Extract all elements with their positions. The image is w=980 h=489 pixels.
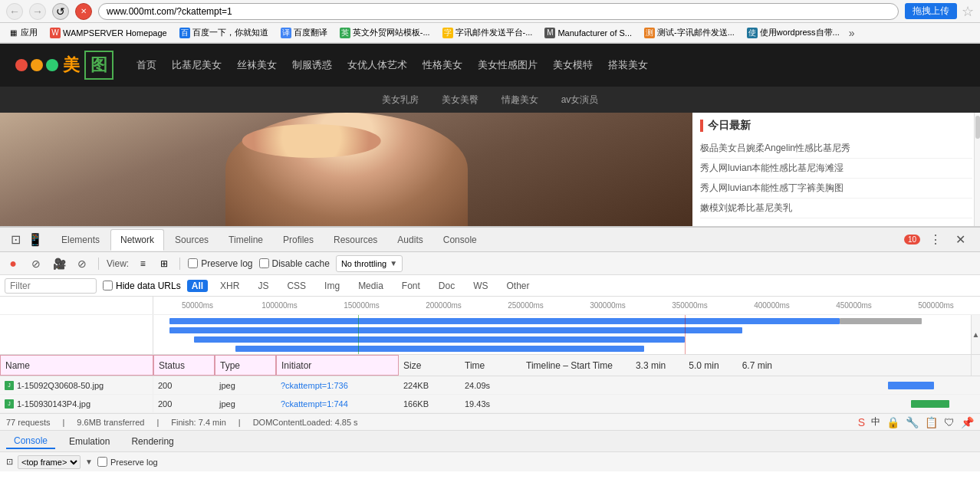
face-figure (242, 124, 381, 158)
bookmark-zi[interactable]: 字 字讯邮件发送平台-... (439, 25, 536, 40)
bookmark-baidu[interactable]: 百 百度一下，你就知道 (176, 25, 271, 40)
forward-button[interactable]: → (29, 3, 46, 20)
site-header: 美 图 首页 比基尼美女 丝袜美女 制服诱惑 女优人体艺术 性格美女 美女性感图… (0, 44, 980, 87)
th-size[interactable]: Size (399, 355, 460, 376)
bookmark-test[interactable]: 测 测试-字讯邮件发送... (641, 25, 738, 40)
filter-input[interactable] (5, 278, 97, 294)
devtools-close-icon[interactable]: ✕ (951, 231, 969, 249)
address-bar[interactable] (98, 3, 899, 20)
extension-button[interactable]: 拖拽上传 (905, 3, 957, 19)
filter-doc[interactable]: Doc (432, 280, 461, 292)
sidebar-item-1[interactable]: 秀人网luvian本能性感比基尼海滩湿 (700, 159, 972, 179)
nav-art[interactable]: 女优人体艺术 (347, 58, 407, 72)
hide-data-urls-checkbox[interactable]: Hide data URLs (103, 281, 181, 291)
filter-ws[interactable]: WS (467, 280, 494, 292)
filter-all-btn[interactable]: All (187, 280, 208, 292)
bookmark-wp[interactable]: 使 使用wordpress自带... (744, 25, 843, 40)
filter-xhr[interactable]: XHR (214, 280, 245, 292)
inspect-icon[interactable]: ⊡ (6, 231, 25, 249)
sidebar-item-3[interactable]: 嫩模刘妮希比基尼美乳 (700, 199, 972, 218)
sidebar-item-2[interactable]: 秀人网luvian本能性感丁字裤美胸图 (700, 179, 972, 199)
nav-bikini[interactable]: 比基尼美女 (172, 58, 222, 72)
filter-img[interactable]: Img (318, 280, 346, 292)
status-bar: 77 requests | 9.6MB transferred | Finish… (0, 413, 980, 430)
bookmark-mfg[interactable]: M Manufacturer of S... (541, 26, 635, 40)
preserve-log-checkbox[interactable]: Preserve log (188, 258, 252, 269)
subnav-erotic[interactable]: 情趣美女 (502, 94, 538, 107)
frame-preserve-log-input[interactable] (97, 457, 107, 467)
th-status[interactable]: Status (153, 355, 215, 376)
subnav-butt[interactable]: 美女美臀 (442, 94, 478, 107)
tab-profiles[interactable]: Profiles (274, 229, 323, 251)
throttle-dropdown[interactable]: No throttling ▼ (336, 255, 403, 272)
frame-select[interactable]: <top frame> (18, 455, 81, 469)
sidebar-item-0[interactable]: 极品美女吕婉柔Angelin性感比基尼秀 (700, 139, 972, 159)
td-name-1: J 1-150930143P4.jpg (0, 395, 153, 412)
table-row-1[interactable]: J 1-150930143P4.jpg 200 jpeg ?ckattempt=… (0, 395, 980, 413)
th-timeline[interactable]: Timeline – Start Time 3.3 min 5.0 min 6.… (521, 355, 971, 376)
bookmark-apps[interactable]: ▦ 应用 (5, 25, 41, 40)
subnav-av[interactable]: av女演员 (561, 94, 599, 107)
th-name[interactable]: Name (0, 355, 153, 376)
nav-outfit[interactable]: 搭装美女 (608, 58, 648, 72)
bookmark-mfg-label: Manufacturer of S... (557, 28, 632, 38)
bookmarks-more[interactable]: » (849, 27, 855, 39)
bottom-tab-console[interactable]: Console (6, 434, 55, 449)
tab-network[interactable]: Network (110, 229, 164, 251)
bottom-tab-emulation[interactable]: Emulation (61, 435, 117, 448)
tab-timeline[interactable]: Timeline (219, 229, 272, 251)
nav-pics[interactable]: 美女性感图片 (478, 58, 538, 72)
record-button[interactable]: ● (5, 255, 21, 272)
devtools-more-icon[interactable]: ⋮ (926, 231, 945, 249)
timeline-scroll-up[interactable]: ▲ (971, 315, 980, 354)
td-initiator-1[interactable]: ?ckattempt=1:744 (276, 399, 399, 409)
timeline-name-spacer (0, 297, 153, 314)
td-time-1: 19.43s (460, 399, 521, 409)
nav-home[interactable]: 首页 (136, 58, 156, 72)
nav-uniform[interactable]: 制服诱惑 (292, 58, 332, 72)
filter-other[interactable]: Other (501, 280, 536, 292)
th-time[interactable]: Time (460, 355, 521, 376)
filter-css[interactable]: CSS (281, 280, 312, 292)
bookmark-fanyi[interactable]: 译 百度翻译 (278, 25, 331, 40)
filter-button[interactable]: ⊘ (74, 255, 90, 272)
back-button[interactable]: ← (6, 3, 23, 20)
detail-view-btn[interactable]: ⊞ (156, 256, 172, 271)
bar-row1-gray (840, 318, 922, 324)
nav-character[interactable]: 性格美女 (423, 58, 462, 72)
list-view-btn[interactable]: ≡ (135, 256, 150, 271)
camera-button[interactable]: 🎥 (51, 255, 67, 272)
disable-cache-checkbox[interactable]: Disable cache (259, 258, 330, 269)
th-initiator[interactable]: Initiator (276, 355, 399, 376)
subnav-breast[interactable]: 美女乳房 (382, 94, 419, 107)
refresh-button[interactable]: ↺ (52, 3, 69, 20)
nav-model[interactable]: 美女模特 (553, 58, 593, 72)
tab-console[interactable]: Console (434, 229, 486, 251)
mobile-icon[interactable]: 📱 (26, 231, 44, 249)
tab-audits[interactable]: Audits (388, 229, 432, 251)
table-row-0[interactable]: J 1-15092Q30608-50.jpg 200 jpeg ?ckattem… (0, 376, 980, 395)
close-loading-button[interactable]: ✕ (75, 3, 92, 20)
filter-media[interactable]: Media (352, 280, 390, 292)
tab-elements[interactable]: Elements (52, 229, 109, 251)
filter-font[interactable]: Font (396, 280, 426, 292)
bookmark-fanyi-label: 百度翻译 (294, 27, 327, 38)
td-initiator-0[interactable]: ?ckattempt=1:736 (276, 381, 399, 390)
frame-preserve-log-checkbox[interactable]: Preserve log (97, 457, 158, 467)
tab-resources[interactable]: Resources (324, 229, 386, 251)
tab-sources[interactable]: Sources (166, 229, 218, 251)
bookmark-wamp[interactable]: W WAMPSERVER Homepage (47, 26, 170, 40)
clear-button[interactable]: ⊘ (28, 255, 44, 272)
hide-data-urls-input[interactable] (103, 281, 113, 290)
filter-js[interactable]: JS (252, 280, 275, 292)
star-icon[interactable]: ☆ (962, 3, 974, 20)
preserve-log-input[interactable] (188, 258, 198, 268)
logo-text: 美 (63, 54, 80, 77)
sidebar-scrollbar[interactable] (974, 113, 980, 226)
disable-cache-input[interactable] (259, 258, 269, 268)
sidebar-scroll-thumb[interactable] (975, 116, 980, 139)
bookmark-eng[interactable]: 英 英文外贸网站模板-... (337, 25, 433, 40)
th-type[interactable]: Type (215, 355, 276, 376)
nav-stockings[interactable]: 丝袜美女 (237, 58, 277, 72)
bottom-tab-rendering[interactable]: Rendering (123, 435, 181, 448)
